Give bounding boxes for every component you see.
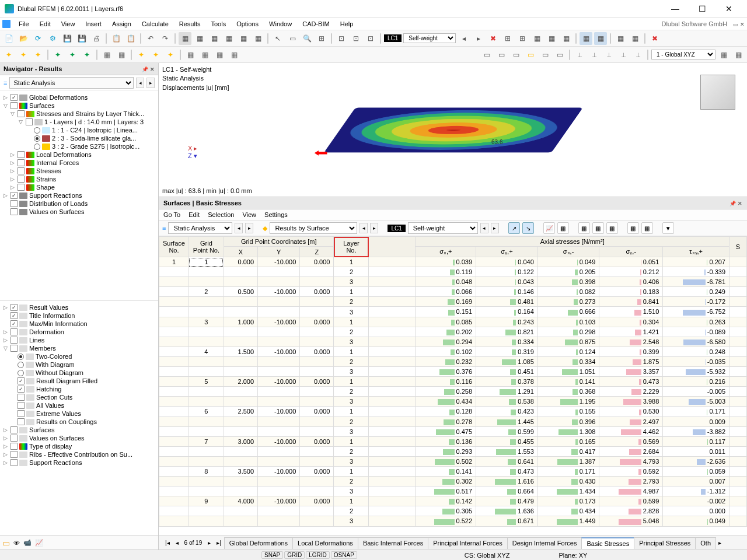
cycle-icon[interactable]: ⟳ xyxy=(32,32,44,45)
tp-a-prev[interactable]: ◂ xyxy=(235,223,243,233)
menu-results[interactable]: Results xyxy=(174,19,205,29)
lc-next[interactable]: ▸ xyxy=(472,32,485,45)
menu-calculate[interactable]: Calculate xyxy=(137,19,173,29)
table-row[interactable]: 3 0.048 0.043 0.398 0.406 -6.781 xyxy=(159,277,747,287)
r2-end1[interactable]: ▦ xyxy=(717,48,730,61)
tb-p[interactable]: ▦ xyxy=(560,32,573,45)
tab-basic-internal-forces[interactable]: Basic Internal Forces xyxy=(358,537,428,549)
tp-ic9[interactable]: ▦ xyxy=(641,222,653,234)
tb-f[interactable]: ▦ xyxy=(252,32,264,45)
r2-h[interactable]: ▦ xyxy=(115,48,128,61)
table-row[interactable]: 2 0.202 0.821 0.298 1.421 -0.089 xyxy=(159,327,747,337)
tp-lc-select[interactable]: Self-weight xyxy=(408,222,478,234)
tab-principal-internal-forces[interactable]: Principal Internal Forces xyxy=(428,537,508,549)
r2-x[interactable]: ⟂ xyxy=(602,48,615,61)
r2-k[interactable]: ✦ xyxy=(164,48,177,61)
r2-q[interactable]: ▭ xyxy=(495,48,508,61)
tp-ic2[interactable]: ↘ xyxy=(522,222,534,234)
table-row[interactable]: 2 0.278 1.445 0.396 2.497 0.009 xyxy=(159,416,747,426)
snap-toggle[interactable]: SNAP xyxy=(261,551,283,559)
bs-4[interactable]: 📈 xyxy=(35,539,43,547)
table-row[interactable]: 3 0.434 0.538 1.195 3.988 -5.003 xyxy=(159,397,747,407)
tp-menu-go-to[interactable]: Go To xyxy=(163,211,180,218)
table-row[interactable]: 2 0.169 0.481 0.273 0.841 -0.172 xyxy=(159,297,747,307)
print-icon[interactable]: 🖨 xyxy=(90,32,103,45)
tb-r[interactable]: ▦ xyxy=(594,32,607,45)
page-prev[interactable]: ◂ xyxy=(173,540,181,546)
bs-3[interactable]: 📹 xyxy=(23,539,32,547)
r2-u[interactable]: ▭ xyxy=(553,48,566,61)
tabs-more[interactable]: ▸ xyxy=(715,540,724,546)
tb-t[interactable]: ▦ xyxy=(629,32,641,45)
tb-q[interactable]: ▦ xyxy=(580,32,592,45)
tp-filter-icon[interactable]: ▼ xyxy=(662,222,674,234)
table-row[interactable]: 52.000-10.0000.0001 0.116 0.378 0.141 0.… xyxy=(159,377,747,387)
r2-r[interactable]: ▭ xyxy=(509,48,522,61)
loadcase-select[interactable]: Self-weight xyxy=(403,33,456,43)
lgrid-toggle[interactable]: LGRID xyxy=(306,551,330,559)
tab-basic-stresses[interactable]: Basic Stresses xyxy=(581,537,634,549)
zoom-icon[interactable]: 🔍 xyxy=(301,32,313,45)
table-row[interactable]: 3 0.376 0.451 1.051 3.357 -5.932 xyxy=(159,367,747,377)
tp-menu-selection[interactable]: Selection xyxy=(208,211,234,218)
tab-local-deformations[interactable]: Local Deformations xyxy=(292,537,358,549)
tp-results-select[interactable]: Results by Surface xyxy=(270,222,357,234)
table-row[interactable]: 3 0.517 0.664 1.434 4.987 -1.312 xyxy=(159,487,747,496)
save-icon[interactable]: 💾 xyxy=(61,32,74,45)
table-row[interactable]: 94.000-10.0000.0001 0.142 0.479 0.173 0.… xyxy=(159,496,747,506)
tp-ic3[interactable]: 📈 xyxy=(543,222,555,234)
tp-ic4[interactable]: ▦ xyxy=(557,222,569,234)
lc-prev[interactable]: ◂ xyxy=(458,32,470,45)
menu-tools[interactable]: Tools xyxy=(206,19,231,29)
table-row[interactable]: 2 0.305 1.636 0.434 2.828 0.000 xyxy=(159,506,747,516)
menu-file[interactable]: File xyxy=(14,19,34,29)
table-row[interactable]: 2 0.232 1.085 0.334 1.875 -0.035 xyxy=(159,356,747,366)
select-box-icon[interactable]: ▭ xyxy=(286,32,299,45)
menu-edit[interactable]: Edit xyxy=(35,19,55,29)
saveall-icon[interactable]: 💾 xyxy=(75,32,88,45)
table-row[interactable]: 3 0.294 0.334 0.875 2.548 -6.580 xyxy=(159,337,747,346)
r2-j[interactable]: ✦ xyxy=(149,48,162,61)
tp-r-prev[interactable]: ◂ xyxy=(359,223,368,233)
table-row[interactable]: 3 0.522 0.671 1.449 5.048 0.049 xyxy=(159,516,747,526)
r2-z[interactable]: ⟂ xyxy=(631,48,644,61)
menu-options[interactable]: Options xyxy=(232,19,263,29)
tb-e[interactable]: ▦ xyxy=(237,32,250,45)
table-row[interactable]: 20.500-10.0000.0001 0.066 0.146 0.082 0.… xyxy=(159,287,747,297)
tp-ic8[interactable]: ▦ xyxy=(627,222,639,234)
tb-g[interactable]: ⊞ xyxy=(315,32,328,45)
r2-a[interactable]: ✦ xyxy=(2,48,15,61)
tb-s[interactable]: ▦ xyxy=(614,32,627,45)
table-pin-icon[interactable]: 📌 xyxy=(729,201,736,206)
r2-g[interactable]: ▦ xyxy=(100,48,113,61)
maximize-button[interactable]: ☐ xyxy=(689,0,715,18)
r2-w[interactable]: ⟂ xyxy=(588,48,601,61)
r2-o[interactable]: ▦ xyxy=(228,48,240,61)
tb-u[interactable]: ✖ xyxy=(648,32,661,45)
new-icon[interactable]: 📄 xyxy=(2,32,15,45)
table-row[interactable]: 2 0.258 1.291 0.368 2.229 -0.005 xyxy=(159,387,747,397)
page-first[interactable]: |◂ xyxy=(162,540,173,546)
menu-assign[interactable]: Assign xyxy=(107,19,136,29)
page-last[interactable]: ▸| xyxy=(214,540,224,546)
tb-d[interactable]: ▦ xyxy=(222,32,235,45)
tp-analysis-select[interactable]: Static Analysis xyxy=(168,222,232,234)
table-close-icon[interactable]: ✕ xyxy=(738,201,742,206)
nav-next[interactable]: ▸ xyxy=(146,78,155,88)
close-button[interactable]: ✕ xyxy=(715,0,742,18)
analysis-select[interactable]: Static Analysis xyxy=(9,77,134,89)
osnap-toggle[interactable]: OSNAP xyxy=(331,551,357,559)
grid-toggle[interactable]: GRID xyxy=(284,551,305,559)
tb-k[interactable]: ✖ xyxy=(487,32,500,45)
tab-global-deformations[interactable]: Global Deformations xyxy=(224,537,293,549)
redo-icon[interactable]: ↷ xyxy=(159,32,172,45)
r2-n[interactable]: ▦ xyxy=(213,48,226,61)
bs-1[interactable]: ▭ xyxy=(2,538,10,548)
tb-l[interactable]: ⊞ xyxy=(501,32,514,45)
r2-l[interactable]: ▦ xyxy=(184,48,197,61)
table-row[interactable]: 3 0.475 0.599 1.308 4.462 -3.882 xyxy=(159,426,747,436)
tab-principal-stresses[interactable]: Principal Stresses xyxy=(634,537,696,549)
tp-a-next[interactable]: ▸ xyxy=(245,223,253,233)
table-row[interactable]: 31.000-10.0000.0001 0.085 0.243 0.103 0.… xyxy=(159,317,747,327)
table-row[interactable]: 2 0.293 1.553 0.417 2.684 0.011 xyxy=(159,446,747,456)
